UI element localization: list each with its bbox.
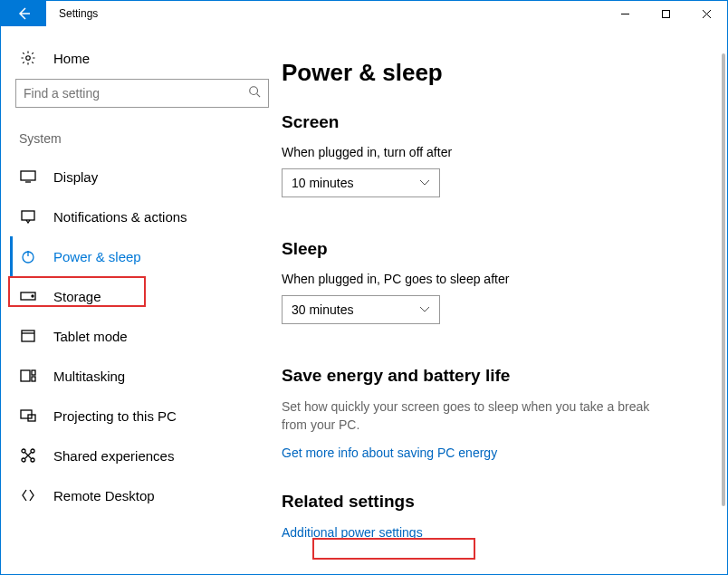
tablet-icon — [19, 330, 37, 342]
monitor-icon — [19, 170, 37, 183]
power-icon — [19, 249, 37, 264]
sidebar-item-shared[interactable]: Shared experiences — [15, 436, 269, 475]
sidebar-item-label: Projecting to this PC — [53, 408, 177, 424]
sidebar-item-storage[interactable]: Storage — [15, 276, 269, 316]
svg-point-15 — [31, 449, 34, 453]
chevron-down-icon — [419, 179, 430, 187]
group-header-system: System — [19, 131, 269, 146]
sidebar-item-label: Display — [53, 169, 98, 185]
page-title: Power & sleep — [282, 59, 700, 87]
storage-icon — [19, 292, 37, 301]
sidebar-item-label: Storage — [53, 289, 101, 304]
projecting-icon — [19, 409, 37, 422]
minimize-button[interactable] — [605, 1, 646, 26]
notification-icon — [19, 209, 37, 224]
sidebar-item-label: Notifications & actions — [53, 209, 187, 225]
sleep-dropdown[interactable]: 30 minutes — [282, 295, 440, 324]
sidebar-item-display[interactable]: Display — [15, 157, 269, 196]
dropdown-value: 10 minutes — [292, 176, 419, 190]
svg-point-17 — [31, 458, 34, 462]
gear-icon — [19, 50, 37, 66]
svg-point-14 — [22, 449, 25, 453]
svg-rect-3 — [21, 171, 35, 180]
screen-heading: Screen — [282, 112, 700, 132]
close-button[interactable] — [686, 1, 727, 26]
remote-icon — [19, 488, 37, 503]
related-heading: Related settings — [282, 492, 700, 512]
sidebar-item-label: Multitasking — [53, 369, 125, 384]
multitasking-icon — [19, 369, 37, 382]
sidebar-item-label: Remote Desktop — [53, 488, 155, 503]
sidebar-item-multitasking[interactable]: Multitasking — [15, 356, 269, 396]
energy-info-link[interactable]: Get more info about saving PC energy — [282, 446, 497, 460]
sidebar: Home System Display Notifications & acti… — [1, 26, 282, 574]
search-input[interactable] — [15, 79, 269, 108]
chevron-down-icon — [419, 306, 430, 313]
sidebar-item-label: Tablet mode — [53, 329, 128, 344]
svg-point-2 — [250, 87, 258, 95]
minimize-icon — [620, 9, 630, 19]
sidebar-item-notifications[interactable]: Notifications & actions — [15, 196, 269, 236]
svg-point-7 — [32, 295, 34, 297]
arrow-left-icon — [15, 5, 32, 22]
window-title: Settings — [59, 7, 98, 20]
maximize-icon — [661, 9, 671, 19]
sleep-label: When plugged in, PC goes to sleep after — [282, 272, 700, 286]
sidebar-item-label: Shared experiences — [53, 448, 174, 464]
scrollbar-thumb[interactable] — [722, 53, 725, 506]
home-label: Home — [53, 51, 90, 66]
dropdown-value: 30 minutes — [292, 302, 419, 317]
svg-rect-8 — [22, 331, 34, 341]
sidebar-item-projecting[interactable]: Projecting to this PC — [15, 396, 269, 436]
search-field[interactable] — [24, 86, 248, 101]
svg-rect-9 — [21, 370, 30, 381]
close-icon — [702, 9, 712, 19]
shared-icon — [19, 448, 37, 463]
additional-power-settings-link[interactable]: Additional power settings — [282, 525, 423, 540]
svg-point-1 — [26, 56, 31, 61]
sleep-heading: Sleep — [282, 239, 700, 259]
back-button[interactable] — [1, 1, 46, 26]
svg-rect-4 — [22, 211, 34, 220]
energy-heading: Save energy and battery life — [282, 366, 700, 386]
maximize-button[interactable] — [646, 1, 686, 26]
svg-rect-0 — [663, 10, 670, 17]
sidebar-item-remote[interactable]: Remote Desktop — [15, 475, 269, 515]
home-button[interactable]: Home — [15, 43, 269, 79]
sidebar-item-power-sleep[interactable]: Power & sleep — [10, 236, 269, 276]
titlebar: Settings — [1, 1, 727, 26]
search-icon — [248, 85, 261, 101]
screen-turnoff-label: When plugged in, turn off after — [282, 145, 700, 159]
sidebar-item-label: Power & sleep — [53, 249, 141, 264]
energy-description: Set how quickly your screen goes to slee… — [282, 398, 662, 434]
sidebar-item-tablet[interactable]: Tablet mode — [15, 316, 269, 356]
svg-rect-10 — [32, 370, 35, 375]
window-controls — [605, 1, 727, 26]
svg-rect-11 — [32, 377, 35, 381]
screen-turnoff-dropdown[interactable]: 10 minutes — [282, 168, 440, 197]
svg-point-16 — [22, 458, 25, 462]
main-content: Power & sleep Screen When plugged in, tu… — [282, 26, 727, 574]
scrollbar[interactable] — [722, 53, 725, 561]
